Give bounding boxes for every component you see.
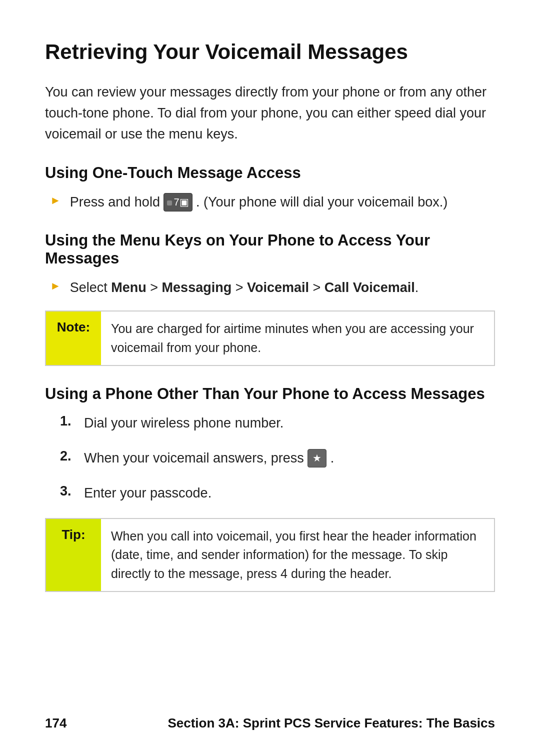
item-number-2: 2. — [60, 448, 84, 464]
section2-bullet: ► Select Menu > Messaging > Voicemail > … — [45, 278, 495, 298]
numbered-item-2: 2. When your voicemail answers, press ★​… — [60, 448, 495, 469]
bullet-arrow-icon: ► — [50, 194, 61, 207]
intro-paragraph: You can review your messages directly fr… — [45, 82, 495, 145]
page-title: Retrieving Your Voicemail Messages — [45, 40, 495, 64]
section1-bullet: ► Press and hold 7▣ . (Your phone will d… — [45, 192, 495, 213]
item-number-1: 1. — [60, 413, 84, 429]
bullet-arrow-icon-2: ► — [50, 280, 61, 292]
numbered-list: 1. Dial your wireless phone number. 2. W… — [45, 413, 495, 504]
tip-label: Tip: — [46, 519, 101, 592]
item-text-2: When your voicemail answers, press ★​ . — [84, 448, 334, 469]
section1-heading: Using One-Touch Message Access — [45, 164, 495, 182]
section-other-phone: Using a Phone Other Than Your Phone to A… — [45, 385, 495, 592]
page-number: 174 — [45, 716, 66, 731]
note-content: You are charged for airtime minutes when… — [101, 312, 494, 365]
numbered-item-1: 1. Dial your wireless phone number. — [60, 413, 495, 434]
note-label: Note: — [46, 312, 101, 365]
item-text-3: Enter your passcode. — [84, 483, 212, 504]
star-key-icon: ★​ — [308, 449, 326, 468]
section2-heading: Using the Menu Keys on Your Phone to Acc… — [45, 232, 495, 268]
tip-content: When you call into voicemail, you first … — [101, 519, 494, 592]
item-text-1: Dial your wireless phone number. — [84, 413, 284, 434]
section-one-touch: Using One-Touch Message Access ► Press a… — [45, 164, 495, 213]
page-footer: 174 Section 3A: Sprint PCS Service Featu… — [0, 716, 540, 731]
section2-bullet-text: Select Menu > Messaging > Voicemail > Ca… — [70, 278, 419, 298]
tip-box: Tip: When you call into voicemail, you f… — [45, 518, 495, 592]
footer-section-label: Section 3A: Sprint PCS Service Features:… — [168, 716, 495, 731]
item-number-3: 3. — [60, 483, 84, 499]
section3-heading: Using a Phone Other Than Your Phone to A… — [45, 385, 495, 403]
note-box: Note: You are charged for airtime minute… — [45, 310, 495, 366]
section1-bullet-text: Press and hold 7▣ . (Your phone will dia… — [70, 192, 448, 213]
section-menu-keys: Using the Menu Keys on Your Phone to Acc… — [45, 232, 495, 366]
numbered-item-3: 3. Enter your passcode. — [60, 483, 495, 504]
voicemail-key-icon: 7▣ — [164, 193, 192, 212]
